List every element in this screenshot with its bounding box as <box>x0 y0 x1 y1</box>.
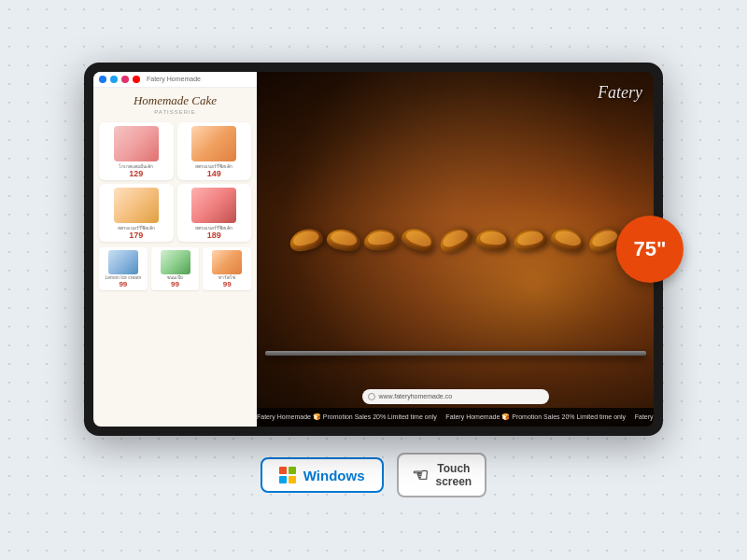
croissant-5 <box>436 224 475 257</box>
croissant-3 <box>363 229 399 252</box>
menu-panel: Fatery Homemade Homemade Cake PATISSERIE… <box>93 72 257 427</box>
menu-item: โกเกตแคมมั่นเค้ก 129 <box>99 122 174 180</box>
windows-icon-green <box>289 467 296 474</box>
menu-grid: โกเกตแคมมั่นเค้ก 129 สตรอเบอร์รี่ชีสเค้ก… <box>93 119 257 245</box>
facebook-icon <box>99 76 106 83</box>
touch-line1: Touch <box>436 462 472 475</box>
url-text: www.fateryhomemade.co <box>379 393 453 399</box>
cake-price-7: 99 <box>223 280 232 288</box>
croissants-display <box>276 143 634 338</box>
size-label: 75" <box>634 237 667 261</box>
address-bar: www.fateryhomemade.co <box>362 389 549 404</box>
cake-price-1: 129 <box>129 169 143 178</box>
windows-label: Windows <box>303 468 365 483</box>
windows-icon <box>279 467 296 483</box>
cake-image-2 <box>191 126 236 161</box>
cake-price-4: 189 <box>207 231 221 240</box>
cake-price-5: 99 <box>119 280 127 288</box>
cake-price-3: 179 <box>129 231 143 240</box>
size-badge: 75" <box>616 216 684 283</box>
instagram-icon <box>121 76 129 83</box>
cake-image-6 <box>161 250 190 274</box>
cake-price-2: 149 <box>207 169 221 178</box>
search-icon <box>368 393 375 400</box>
croissant-8 <box>548 226 585 255</box>
windows-icon-yellow <box>289 476 296 483</box>
windows-button[interactable]: Windows <box>261 457 384 493</box>
page-wrapper: Fatery Homemade Homemade Cake PATISSERIE… <box>84 63 663 498</box>
cake-image-5 <box>108 250 138 274</box>
menu-title: Homemade Cake <box>93 88 257 110</box>
cake-image-1 <box>114 126 159 161</box>
menu-bottom-row: Lemon Ice cream 99 ขนมเปีย 99 ทาร์ตไข่ 9… <box>93 245 257 294</box>
touch-icon: ☜ <box>412 464 429 486</box>
croissant-2 <box>325 227 361 253</box>
touch-line2: screen <box>436 475 472 488</box>
monitor: Fatery Homemade Homemade Cake PATISSERIE… <box>84 63 663 436</box>
touch-label: Touch screen <box>436 462 472 489</box>
cake-image-4 <box>191 188 236 223</box>
svg-text:Fatery: Fatery <box>597 83 642 102</box>
bottom-buttons: Windows ☜ Touch screen <box>261 453 486 498</box>
youtube-icon <box>133 76 140 83</box>
croissant-7 <box>512 227 548 253</box>
menu-item: สตรอเบอร์รี่ชีสเค้ก 149 <box>177 122 252 180</box>
menu-item: สตรอเบอร์รี่ชีสเค้ก 179 <box>99 184 174 242</box>
touch-screen-button[interactable]: ☜ Touch screen <box>397 453 487 498</box>
ticker-bar: Fatery Homemade 🍞 Promotion Sales 20% Li… <box>257 408 654 427</box>
menu-item-small-1: Lemon Ice cream 99 <box>99 247 148 290</box>
cake-price-6: 99 <box>171 280 179 288</box>
twitter-icon <box>110 76 118 83</box>
brand-label: Fatery Homemade <box>147 76 201 82</box>
windows-icon-blue <box>279 476 287 483</box>
windows-icon-red <box>279 467 287 474</box>
cake-image-3 <box>114 188 159 223</box>
photo-panel: Fatery www.fateryhomemade.co Fatery Home… <box>257 72 654 427</box>
menu-item: สตรอเบอร์รี่ชีสเค้ก 189 <box>177 184 252 242</box>
menu-subtitle: PATISSERIE <box>93 109 257 119</box>
croissant-6 <box>475 229 511 252</box>
baking-tray <box>265 351 646 356</box>
croissant-4 <box>399 225 437 256</box>
cake-image-7 <box>212 250 242 274</box>
screen-inner: Fatery Homemade Homemade Cake PATISSERIE… <box>93 72 654 427</box>
fattery-logo: Fatery <box>593 77 644 109</box>
menu-item-small-3: ทาร์ตไข่ 99 <box>203 247 251 290</box>
monitor-screen: Fatery Homemade Homemade Cake PATISSERIE… <box>93 72 654 427</box>
menu-item-small-2: ขนมเปีย 99 <box>151 247 200 290</box>
photo-background: Fatery <box>257 72 654 427</box>
menu-top-bar: Fatery Homemade <box>93 72 257 88</box>
croissant-1 <box>287 226 324 255</box>
ticker-text: Fatery Homemade 🍞 Promotion Sales 20% Li… <box>257 413 654 421</box>
